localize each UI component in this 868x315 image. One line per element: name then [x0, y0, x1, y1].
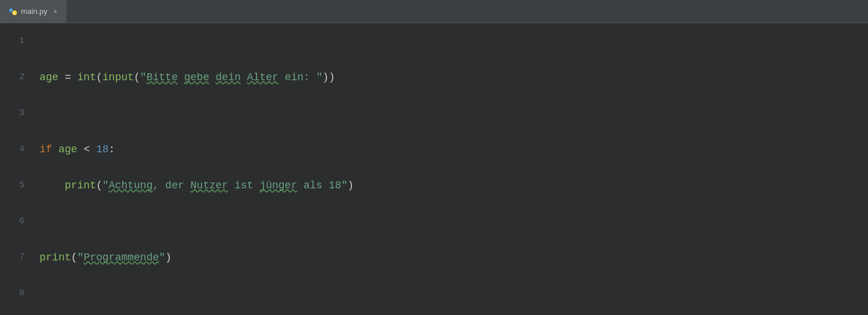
code-token: (	[96, 180, 102, 191]
tab-close-button[interactable]: ×	[54, 8, 58, 16]
code-token: "Programmende"	[77, 252, 165, 263]
code-line-3	[40, 95, 868, 131]
line-numbers: 1 2 3 4 5 6 7 8	[0, 23, 34, 315]
code-token: <	[77, 144, 96, 155]
code-token: :	[109, 144, 115, 155]
code-token: print	[40, 252, 71, 263]
code-content[interactable]: age = int(input("Bitte gebe dein Alter e…	[34, 23, 868, 315]
code-token	[52, 144, 59, 155]
code-token: )	[347, 180, 354, 191]
code-token: ))	[322, 71, 335, 83]
code-token: "Bitte gebe dein Alter ein: "	[140, 71, 322, 83]
code-line-2: age = int(input("Bitte gebe dein Alter e…	[40, 59, 868, 95]
line-num-5: 5	[0, 167, 34, 203]
python-icon	[8, 7, 17, 16]
tab-filename: main.py	[21, 7, 48, 16]
line-num-4: 4	[0, 131, 34, 167]
tab-main-py[interactable]: main.py ×	[0, 0, 66, 23]
line-num-1: 1	[0, 23, 34, 59]
code-token: age	[40, 71, 58, 83]
code-token	[40, 180, 65, 191]
code-token: =	[58, 71, 77, 83]
code-token: )	[165, 252, 172, 263]
code-line-1	[40, 23, 868, 59]
code-token: print	[65, 180, 96, 191]
code-token: int	[77, 71, 96, 83]
code-token: if	[40, 144, 52, 155]
code-token: (	[96, 71, 102, 83]
code-token: "Achtung, der Nutzer ist jünger als 18"	[102, 180, 347, 191]
code-token: input	[102, 71, 134, 83]
code-token: (	[71, 252, 77, 263]
code-line-4: if age < 18:	[40, 131, 868, 167]
line-num-8: 8	[0, 275, 34, 312]
code-line-7: print("Programmende")	[40, 239, 868, 275]
tab-bar: main.py ×	[0, 0, 868, 23]
line-num-3: 3	[0, 95, 34, 131]
code-token: 18	[96, 144, 109, 155]
code-line-8	[40, 275, 868, 312]
line-num-2: 2	[0, 59, 34, 95]
code-line-6	[40, 203, 868, 239]
line-num-6: 6	[0, 203, 34, 239]
editor-area: 1 2 3 4 5 6 7 8 age = int(input("Bitte g…	[0, 23, 868, 315]
code-line-5: print("Achtung, der Nutzer ist jünger al…	[40, 167, 868, 203]
svg-point-2	[10, 9, 12, 10]
code-token: (	[134, 71, 140, 83]
svg-point-3	[14, 12, 15, 13]
line-num-7: 7	[0, 239, 34, 275]
code-token: age	[58, 144, 77, 155]
